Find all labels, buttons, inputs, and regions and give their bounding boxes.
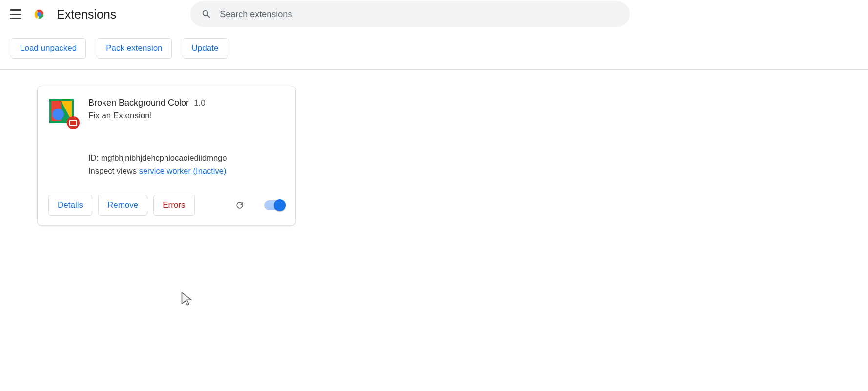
remove-button[interactable]: Remove xyxy=(98,195,147,216)
errors-button[interactable]: Errors xyxy=(153,195,194,216)
enable-toggle[interactable] xyxy=(264,200,285,210)
pack-extension-button[interactable]: Pack extension xyxy=(97,38,171,59)
mouse-cursor-icon xyxy=(181,291,194,306)
chrome-logo-icon xyxy=(32,7,46,21)
extension-card: Broken Background Color 1.0 Fix an Exten… xyxy=(37,86,296,226)
inspect-views-link[interactable]: service worker (Inactive) xyxy=(139,166,227,175)
unpacked-badge-icon xyxy=(67,116,80,129)
extension-version: 1.0 xyxy=(194,98,206,108)
details-button[interactable]: Details xyxy=(48,195,92,216)
reload-icon[interactable] xyxy=(235,200,245,210)
extension-name: Broken Background Color xyxy=(88,98,189,108)
page-title: Extensions xyxy=(57,7,116,22)
search-box[interactable] xyxy=(190,1,630,27)
extension-icon xyxy=(48,98,75,124)
inspect-views-label: Inspect views xyxy=(88,166,137,175)
load-unpacked-button[interactable]: Load unpacked xyxy=(11,38,86,59)
dev-toolbar: Load unpacked Pack extension Update xyxy=(0,28,868,69)
app-header: Extensions xyxy=(0,0,868,28)
extension-id-label: ID: xyxy=(88,153,99,162)
search-icon xyxy=(201,9,212,20)
search-input[interactable] xyxy=(220,9,619,20)
menu-icon[interactable] xyxy=(10,8,21,20)
extension-id: mgfbhjnibhjdehcphiocaoiediidmngo xyxy=(101,153,227,162)
extension-description: Fix an Extension! xyxy=(88,111,285,121)
update-button[interactable]: Update xyxy=(183,38,228,59)
svg-point-6 xyxy=(52,109,64,120)
